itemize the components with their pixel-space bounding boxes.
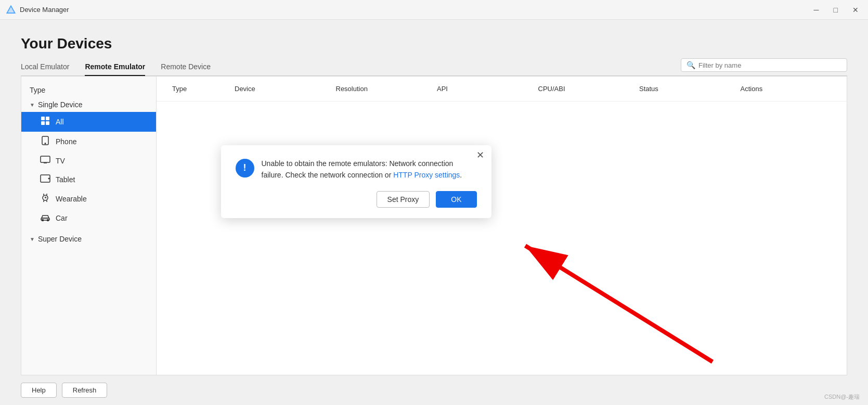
single-device-header[interactable]: ▼ Single Device [21, 97, 156, 112]
modal-message-part2: . [460, 171, 462, 179]
wearable-icon [40, 193, 50, 205]
col-api: API [432, 77, 533, 101]
close-button[interactable]: ✕ [849, 5, 862, 15]
bottom-bar: Help Refresh [21, 375, 847, 405]
svg-rect-8 [41, 156, 50, 162]
modal-close-button[interactable]: ✕ [476, 150, 484, 160]
filter-input[interactable] [698, 61, 841, 69]
search-icon: 🔍 [686, 61, 695, 69]
super-device-label: Super Device [38, 235, 82, 243]
sidebar: Type ▼ Single Device All [21, 77, 157, 375]
col-actions: Actions [735, 77, 837, 101]
http-proxy-link[interactable]: HTTP Proxy settings [393, 171, 460, 179]
all-icon [40, 116, 50, 128]
tablet-icon [40, 174, 50, 185]
titlebar-left: Device Manager [6, 5, 69, 15]
help-button[interactable]: Help [21, 383, 57, 398]
col-cpu-abi: CPU/ABI [533, 77, 634, 101]
chevron-right-icon: ▼ [30, 236, 35, 242]
sidebar-item-phone-label: Phone [56, 137, 76, 146]
set-proxy-button[interactable]: Set Proxy [377, 191, 430, 208]
tabs-wrapper: Local Emulator Remote Emulator Remote De… [21, 62, 847, 76]
sidebar-type-header: Type [21, 83, 156, 97]
titlebar-controls: ─ □ ✕ [811, 5, 862, 15]
filter-input-wrapper: 🔍 [681, 58, 847, 72]
modal-message: Unable to obtain the remote emulators: N… [262, 158, 477, 181]
svg-rect-3 [46, 117, 49, 120]
type-label: Type [30, 86, 45, 94]
sidebar-item-car-label: Car [56, 214, 68, 222]
sidebar-item-car[interactable]: Car [21, 209, 156, 227]
sidebar-item-tablet[interactable]: Tablet [21, 170, 156, 189]
sidebar-item-tv[interactable]: TV [21, 151, 156, 170]
titlebar: Device Manager ─ □ ✕ [0, 0, 868, 20]
svg-rect-5 [46, 121, 49, 125]
tab-remote-device[interactable]: Remote Device [161, 62, 211, 76]
watermark: CSDN@-趣瑞 [824, 393, 860, 401]
sidebar-item-all-label: All [56, 118, 64, 126]
super-device-header[interactable]: ▼ Super Device [21, 232, 156, 246]
svg-point-21 [47, 220, 49, 221]
filter-area: 🔍 [681, 58, 847, 72]
refresh-button[interactable]: Refresh [62, 383, 108, 398]
sidebar-item-wearable-label: Wearable [56, 195, 87, 203]
svg-point-20 [42, 220, 44, 221]
col-resolution: Resolution [331, 77, 432, 101]
col-type: Type [167, 77, 229, 101]
modal-warning-icon: ! [236, 159, 254, 178]
tab-remote-emulator[interactable]: Remote Emulator [85, 62, 145, 76]
col-status: Status [634, 77, 735, 101]
app-logo-icon [6, 5, 16, 15]
sidebar-item-wearable[interactable]: Wearable [21, 189, 156, 209]
table-area: Type Device Resolution API CPU/ABI Statu… [157, 77, 847, 375]
sidebar-item-all[interactable]: All [21, 112, 156, 132]
svg-rect-4 [41, 121, 45, 125]
single-device-label: Single Device [38, 100, 83, 109]
tv-icon [40, 156, 50, 166]
modal-body: ! Unable to obtain the remote emulators:… [236, 158, 477, 181]
tab-local-emulator[interactable]: Local Emulator [21, 62, 69, 76]
svg-point-7 [45, 143, 46, 144]
content-area: Type ▼ Single Device All [21, 76, 847, 375]
phone-icon [40, 136, 50, 147]
maximize-button[interactable]: □ [831, 5, 841, 15]
table-header: Type Device Resolution API CPU/ABI Statu… [157, 77, 847, 102]
error-modal: ✕ ! Unable to obtain the remote emulator… [221, 145, 491, 219]
svg-rect-2 [41, 117, 45, 120]
sidebar-item-phone[interactable]: Phone [21, 132, 156, 151]
svg-point-11 [48, 178, 49, 179]
sidebar-item-tablet-label: Tablet [56, 175, 75, 184]
page-title: Your Devices [21, 35, 847, 52]
col-device: Device [229, 77, 331, 101]
car-icon [40, 213, 50, 223]
ok-button[interactable]: OK [436, 191, 476, 208]
minimize-button[interactable]: ─ [811, 5, 822, 15]
sidebar-item-tv-label: TV [56, 157, 65, 165]
modal-actions: Set Proxy OK [236, 191, 477, 208]
chevron-down-icon: ▼ [30, 102, 35, 108]
titlebar-title: Device Manager [20, 6, 69, 14]
